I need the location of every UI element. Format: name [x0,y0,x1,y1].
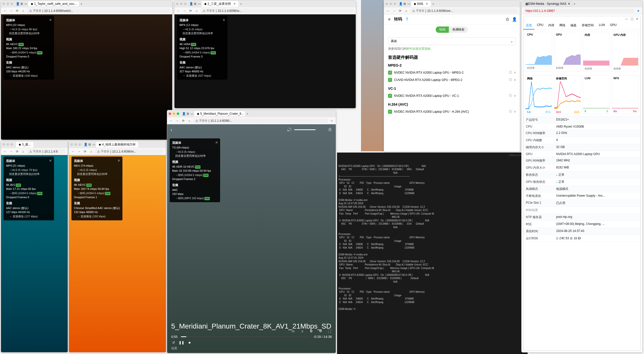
cc-icon[interactable]: ㏄ [291,329,295,333]
syn-tab[interactable]: 内存 [546,22,557,30]
drag-handle-icon[interactable]: ≡ [514,94,516,98]
info-row: NTP 服务器pool.ntp.org [523,214,640,221]
pip-icon[interactable]: ⧉ [318,329,323,333]
syn-tab[interactable]: 网络 [557,22,568,30]
pill-transcode[interactable]: 转码 [436,26,449,33]
chart-NFS: NFS0/s0/s [612,75,638,114]
info-row: CPU 时钟频率2.2 GHz [523,130,640,137]
segmented-control: 转码 色调映射 [436,26,468,33]
star-icon[interactable]: ★ [636,9,640,13]
syn-tab[interactable]: 总览 [523,22,534,30]
info-row: GPU 内存大小8192 MiB [523,164,640,171]
checkbox-icon[interactable]: ✓ [388,110,392,114]
info-row: CPUAMD Ryzen V1500B [523,124,640,130]
syn-tab[interactable]: 存储空间 [579,22,596,30]
playback-osd: ✕ 流媒体 MP4 (22 mbps) →HLS (5 mbps 86 fps)… [4,16,54,80]
stop-icon[interactable]: ■ [187,340,192,345]
section-title: 首选硬件解码器 [388,54,516,60]
chart-GPU 内存: GPU 内存利用率 [612,32,638,71]
audio-track-icon[interactable]: ♫ [300,329,304,333]
info-row: 风扇模式低温模式 [523,186,640,193]
codec-group-title: VC-1 [388,86,516,91]
syn-tab[interactable]: CPU [534,22,546,30]
url-field[interactable]: ⚠不安全 | 10.1.1.4:8096/web/i... [27,8,170,13]
chart-GPU: GPU利用率 [554,32,581,71]
info-icon[interactable]: ⓘ [509,78,512,82]
info-row: 物理内存大小32 GB [523,144,640,151]
osd-close-icon[interactable]: ✕ [49,17,52,23]
info-row: 运行时间1 小时 53 分 16 秒 [523,235,640,242]
hw-guide-link[interactable]: 硬件加速设置指南。 [406,47,433,50]
info-row: 系统时间2024-08-25 14:37:43 [523,228,640,235]
player-back-icon[interactable]: ‹ [171,127,172,133]
info-row: 散热状态●正常 [523,171,640,179]
chart-CPU: CPU利用率 [525,32,552,71]
advanced-dropdown[interactable]: 高级⌄ [388,37,516,45]
info-row: GPUNVIDIA RTX A2000 Laptop GPU [523,151,640,157]
tab[interactable]: ▦ DSM-Media - Synology NAS ✕ [523,1,573,6]
syn-tab[interactable]: GPU [607,22,619,30]
grid-icon[interactable]: ⊞ [20,2,24,6]
browser-window-7: ▦ DSM-Media - Synology NAS ✕ ＋ https://1… [521,0,642,352]
volume-icon[interactable]: 🔊 [287,127,291,132]
drag-handle-icon[interactable]: ≡ [514,78,516,82]
decoder-row[interactable]: ✓CUVID NVIDIA RTX A2000 Laptop GPU - MPE… [388,76,516,83]
sidebar-icon[interactable]: ▭ [24,2,28,6]
drag-handle-icon[interactable]: ≡ [514,110,516,113]
settings-icon[interactable]: ⚙ [309,329,314,333]
new-tab-icon[interactable]: ＋ [79,2,83,6]
pill-tonemap[interactable]: 色调映射 [449,26,468,33]
refresh-icon[interactable]: ⟳ [15,9,19,13]
decoder-row[interactable]: ✓NVDEC NVIDIA RTX A2000 Laptop GPU - VC-… [388,92,516,99]
window-close-icon[interactable]: ✕ [636,17,638,21]
home-icon[interactable]: ⌂ [21,9,25,13]
codec-group-title: MPEG-2 [388,63,516,67]
checkbox-icon[interactable]: ✓ [388,78,392,82]
drag-handle-icon[interactable]: ≡ [514,71,516,74]
window-max-icon[interactable]: ▢ [631,17,633,21]
info-row: 不断电系统Uninterruptible Power Supply - Am..… [523,193,640,200]
help-icon[interactable]: ? [405,17,409,22]
checkbox-icon[interactable]: ✓ [388,94,392,98]
back-icon[interactable]: ← [3,9,7,13]
browser-window-6: 👤⊞▭ ◆ 转码✕ ＋ ←→⟳⌂ ⚠不安全 | 10.1.1.4:8096/we… [384,0,520,152]
syn-tab[interactable]: LUN [596,22,607,30]
chart-LUN: LUN00 [583,75,610,114]
pause-icon[interactable]: ❚❚ [179,340,184,345]
chart-网络: 网络5.637.5 [525,75,552,114]
decoder-row[interactable]: ✓NVDEC NVIDIA RTX A2000 Laptop GPU - H.2… [388,108,516,115]
playback-osd: ✕ 流媒体 MP4 (12 mbps) →HLS (5 mbps) 因质量设置而… [177,16,227,80]
info-row: CPU 内核数4 [523,137,640,144]
tab-bar: 👤 ⊞ ▭ ◆ 1_Taylor_swift_safe_and_sou...✕ … [1,0,172,7]
window-min-icon[interactable]: — [625,17,628,21]
browser-window-4: 👤⊞▭ ◆ 4_地球上最美丽的地方杯 ←→⟳⌂ ⚠不安全 | 10.1.1.4:… [69,141,166,352]
seek-bar[interactable] [181,336,310,337]
menu-icon[interactable]: ≡ [387,17,392,22]
tab[interactable]: ◆ 2_三星_追逐光明✕ [202,1,238,7]
forward-icon[interactable]: → [9,9,13,13]
info-row: GPU 散热状态●正常 [523,179,640,186]
terminal[interactable]: ⬚ Share session NVIDIA RTX A2000 Laptop … [337,153,528,354]
browser-window-3: ◆ 3_最... ←→⟳⌂ ⚠不安全 | 10.1.1.4:8 ✕ 流媒体 MP… [1,141,68,352]
syn-tab[interactable]: 磁盘 [568,22,579,30]
codec-group-title: H.264 (AVC) [388,102,516,106]
cast-icon[interactable]: ⎙ [505,17,510,22]
profile-icon[interactable]: 👤 [16,2,20,6]
chart-存储空间: 存储空间16.611.5 [554,75,581,114]
user-icon[interactable]: 👤 [512,17,517,22]
tab[interactable]: ◆ 1_Taylor_swift_safe_and_sou...✕ [28,1,79,6]
decoder-row[interactable]: ✓NVDEC NVIDIA RTX A2000 Laptop GPU - MPE… [388,69,516,76]
info-icon[interactable]: ⓘ [509,94,512,98]
info-icon[interactable]: ⓘ [509,70,512,75]
address-bar: ← → ⟳ ⌂ ⚠不安全 | 10.1.1.4:8096/web/i... [1,7,172,14]
star-icon[interactable]: ☆ [330,119,334,123]
info-row: PCIe Slot 1已占用 [523,200,640,207]
info-row: GPU 时钟频率1942 MHz [523,157,640,164]
checkbox-icon[interactable]: ✓ [388,71,392,75]
cast-icon[interactable]: ⎙ [328,127,332,132]
fullscreen-icon[interactable]: ⛶ [327,329,332,333]
info-row: 时间信息 [523,207,640,214]
replay-icon[interactable]: ↺ [171,340,176,345]
info-icon[interactable]: ⓘ [509,109,512,114]
chevron-down-icon: ⌄ [510,40,513,43]
